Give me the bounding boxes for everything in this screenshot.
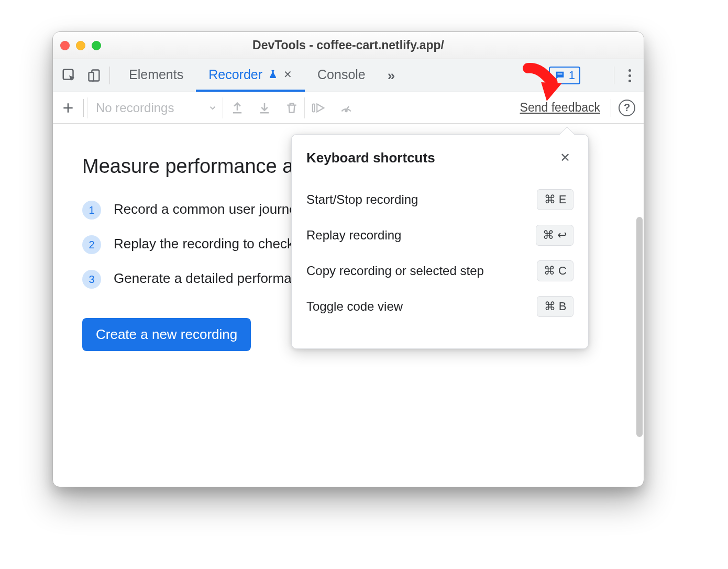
shortcut-row: Start/Stop recording ⌘ E	[306, 182, 573, 217]
window-traffic-lights	[60, 41, 101, 50]
create-recording-button[interactable]: Create a new recording	[82, 318, 251, 351]
more-tabs-button[interactable]: »	[378, 59, 404, 92]
devtools-tabstrip: Elements Recorder ✕ Console »	[53, 59, 644, 92]
chat-icon	[554, 70, 566, 81]
chevron-down-icon	[208, 103, 217, 113]
shortcut-label: Start/Stop recording	[306, 192, 418, 207]
shortcut-label: Replay recording	[306, 228, 401, 243]
chevron-double-right-icon: »	[388, 68, 395, 84]
shortcut-row: Replay recording ⌘ ↩	[306, 217, 573, 253]
shortcut-label: Toggle code view	[306, 299, 403, 314]
shortcut-label: Copy recording or selected step	[306, 264, 484, 278]
window-zoom-button[interactable]	[92, 41, 101, 50]
tab-label: Console	[317, 67, 366, 82]
performance-icon[interactable]	[333, 101, 359, 115]
delete-icon[interactable]	[279, 97, 305, 118]
flask-icon	[268, 69, 278, 80]
divider	[109, 67, 110, 84]
tab-elements[interactable]: Elements	[116, 59, 196, 92]
settings-button[interactable]	[583, 63, 609, 88]
import-icon[interactable]	[251, 101, 278, 115]
recorder-toolbar: No recordings Send feedback	[53, 92, 644, 124]
divider	[83, 99, 84, 117]
device-toolbar-icon[interactable]	[82, 59, 106, 92]
window-title: DevTools - coffee-cart.netlify.app/	[53, 38, 644, 52]
close-icon[interactable]: ✕	[557, 149, 573, 166]
step-number: 2	[82, 235, 101, 254]
scrollbar[interactable]	[636, 217, 643, 487]
shortcut-keys: ⌘ E	[537, 189, 573, 210]
help-icon: ?	[619, 100, 635, 116]
close-icon[interactable]: ✕	[283, 68, 292, 81]
shortcut-row: Copy recording or selected step ⌘ C	[306, 253, 573, 289]
send-feedback-link[interactable]: Send feedback	[513, 101, 608, 115]
tab-console[interactable]: Console	[305, 59, 378, 92]
new-recording-button[interactable]	[56, 101, 80, 115]
replay-icon[interactable]	[306, 101, 332, 115]
divider	[614, 67, 614, 84]
issues-badge[interactable]: 1	[549, 67, 580, 84]
shortcut-keys: ⌘ C	[537, 260, 573, 281]
divider	[611, 99, 611, 117]
keyboard-shortcuts-popup: Keyboard shortcuts ✕ Start/Stop recordin…	[291, 134, 589, 349]
step-number: 3	[82, 270, 101, 289]
svg-rect-2	[89, 72, 94, 81]
kebab-menu-button[interactable]	[620, 69, 639, 82]
svg-rect-3	[557, 73, 562, 74]
svg-point-5	[345, 110, 347, 111]
svg-rect-4	[313, 104, 315, 112]
step-number: 1	[82, 201, 101, 220]
recordings-dropdown[interactable]: No recordings	[87, 97, 223, 118]
shortcut-keys: ⌘ B	[537, 296, 573, 317]
window-titlebar: DevTools - coffee-cart.netlify.app/	[53, 32, 644, 59]
window-close-button[interactable]	[60, 41, 70, 50]
export-icon[interactable]	[224, 101, 250, 115]
tab-label: Elements	[129, 67, 183, 82]
inspect-element-icon[interactable]	[57, 59, 81, 92]
popup-title: Keyboard shortcuts	[306, 150, 435, 166]
tab-recorder[interactable]: Recorder ✕	[196, 59, 305, 92]
shortcut-row: Toggle code view ⌘ B	[306, 289, 573, 324]
help-button[interactable]: ?	[614, 100, 639, 116]
shortcut-keys: ⌘ ↩	[536, 225, 573, 246]
scrollbar-thumb[interactable]	[636, 217, 643, 437]
window-minimize-button[interactable]	[76, 41, 85, 50]
tab-label: Recorder	[208, 67, 262, 82]
issues-count: 1	[569, 69, 575, 82]
dropdown-placeholder: No recordings	[96, 101, 174, 115]
